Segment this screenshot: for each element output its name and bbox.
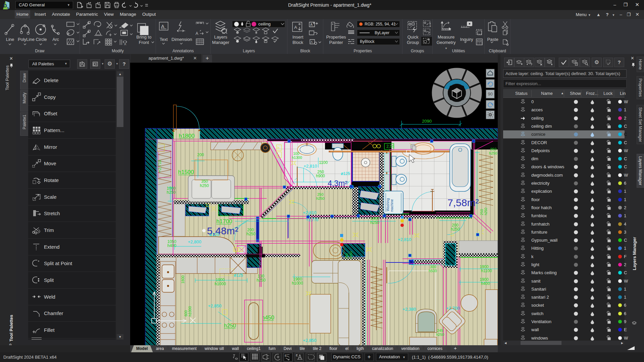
svg-text:100: 100 [293,152,299,156]
svg-text:h1300: h1300 [292,156,302,160]
svg-text:+2,700: +2,700 [446,306,460,311]
svg-text:300: 300 [430,265,436,269]
svg-text:E: E [296,354,298,357]
svg-text:200: 200 [197,153,204,157]
svg-text:1100: 1100 [319,160,328,165]
svg-text:A: A [196,31,198,36]
svg-text:950: 950 [490,147,496,151]
svg-text:h1100: h1100 [481,268,492,273]
svg-text:h250: h250 [484,207,488,215]
svg-text:245: 245 [437,328,443,333]
svg-text:2,55: 2,55 [386,144,394,149]
svg-text:h450: h450 [262,314,274,321]
svg-text:L: L [234,248,236,252]
svg-text:+2,810: +2,810 [303,210,316,215]
svg-text:h400: h400 [481,281,490,286]
svg-text:600: 600 [184,310,188,316]
svg-text:A: A [294,25,297,30]
svg-text:x: x [430,24,431,27]
svg-text:250: 250 [317,192,323,196]
svg-text:h: h [277,153,279,157]
svg-text:+2,380: +2,380 [402,307,416,312]
svg-text:250: 250 [480,209,484,215]
svg-text:ø125: ø125 [234,273,243,278]
svg-text:+2,810: +2,810 [304,164,317,169]
svg-text:5,48m²: 5,48m² [207,225,238,236]
svg-text:h1800: h1800 [179,133,195,139]
svg-text:+2,800: +2,800 [188,239,201,244]
svg-text:A: A [310,23,313,26]
svg-text:h1500: h1500 [178,169,194,175]
svg-text:h250: h250 [257,278,266,283]
svg-text:h250: h250 [349,251,353,259]
svg-text:A: A [311,40,313,44]
svg-text:7,58m²: 7,58m² [447,197,479,208]
svg-text:h1000: h1000 [188,306,192,316]
svg-text:A: A [161,23,164,29]
svg-text:h400: h400 [167,243,176,248]
svg-text:h250: h250 [489,151,497,155]
svg-text:D: D [3,3,7,8]
svg-text:h250: h250 [167,190,176,195]
svg-text:h500: h500 [429,269,437,273]
svg-text:V: V [239,248,241,252]
svg-text:2090: 2090 [422,119,432,124]
svg-text:250: 250 [345,253,349,259]
svg-text:90: 90 [488,92,493,97]
svg-text:+2,850: +2,850 [303,338,316,343]
svg-text:h250: h250 [316,196,324,200]
svg-text:Washing: Washing [386,198,390,211]
svg-text:h250: h250 [370,220,379,225]
svg-text:A: A [124,43,126,46]
svg-text:+2,850: +2,850 [208,303,221,308]
svg-text:h250: h250 [451,227,460,232]
svg-text:h1000: h1000 [292,281,303,286]
svg-text:350: 350 [201,179,208,184]
svg-text:h250: h250 [436,333,444,337]
svg-text:h: h [277,146,279,150]
svg-text:+2,810: +2,810 [398,237,411,242]
svg-text:s: s [7,6,9,10]
svg-text:h250: h250 [247,232,256,236]
svg-text:1800: 1800 [181,276,185,284]
svg-text:ø125: ø125 [341,171,350,176]
svg-text:h250: h250 [200,183,209,188]
svg-text:h900: h900 [316,174,325,178]
svg-text:E: E [285,354,287,357]
svg-text:+2,710: +2,710 [157,160,162,172]
svg-text:h1700: h1700 [216,218,232,225]
svg-text:h1000: h1000 [215,282,226,286]
svg-text:4,3m²: 4,3m² [328,179,347,188]
svg-text:machine: machine [390,199,394,212]
